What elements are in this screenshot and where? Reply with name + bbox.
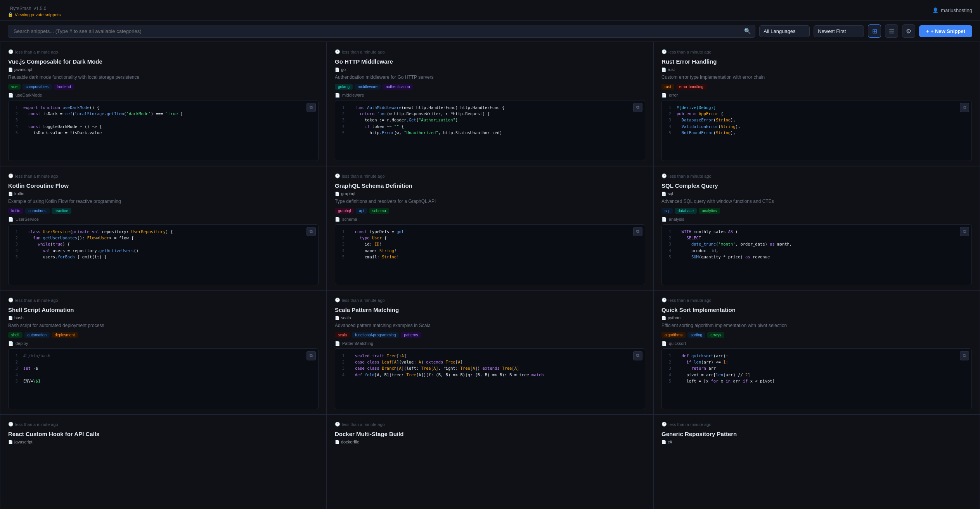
tag[interactable]: error-handling xyxy=(676,84,706,90)
card-tags: golang middleware authentication xyxy=(335,84,645,90)
copy-button[interactable]: ⧉ xyxy=(633,103,642,112)
grid-view-button[interactable]: ⊞ xyxy=(868,24,881,38)
card-title[interactable]: Shell Script Automation xyxy=(8,306,319,313)
snippet-card: 🕐 less than a minute ago Kotlin Coroutin… xyxy=(0,166,327,290)
tag[interactable]: rust xyxy=(661,84,674,90)
card-description: Type definitions and resolvers for a Gra… xyxy=(335,198,645,205)
card-function: 📄 schema xyxy=(335,217,645,222)
card-tags: shell automation deployment xyxy=(8,332,319,338)
copy-button[interactable]: ⧉ xyxy=(960,351,969,360)
file-icon: 📄 xyxy=(8,440,13,444)
tag[interactable]: scala xyxy=(335,332,350,338)
tag[interactable]: sorting xyxy=(687,332,705,338)
card-title[interactable]: SQL Complex Query xyxy=(661,182,972,189)
code-block: ⧉ 1 sealed trait Tree[+A]2 case class Le… xyxy=(335,348,645,409)
tag[interactable]: kotlin xyxy=(8,208,23,214)
card-title[interactable]: Quick Sort Implementation xyxy=(661,306,972,313)
tag[interactable]: schema xyxy=(369,208,389,214)
tag[interactable]: patterns xyxy=(401,332,421,338)
card-description: Efficient sorting algorithm implementati… xyxy=(661,322,972,329)
card-title[interactable]: Generic Repository Pattern xyxy=(661,431,972,437)
card-timestamp: 🕐 less than a minute ago xyxy=(335,298,645,303)
tag[interactable]: vue xyxy=(8,84,21,90)
tag[interactable]: reactive xyxy=(52,208,71,214)
tag[interactable]: shell xyxy=(8,332,23,338)
tag[interactable]: arrays xyxy=(707,332,724,338)
copy-button[interactable]: ⧉ xyxy=(960,227,969,236)
clock-icon: 🕐 xyxy=(335,422,340,427)
snippet-card: 🕐 less than a minute ago SQL Complex Que… xyxy=(653,166,980,290)
card-language: 📄 javascript xyxy=(8,67,319,72)
list-view-button[interactable]: ☰ xyxy=(885,24,898,38)
file-icon: 📄 xyxy=(335,68,339,72)
card-timestamp: 🕐 less than a minute ago xyxy=(335,173,645,178)
card-title[interactable]: Vue.js Composable for Dark Mode xyxy=(8,58,319,65)
file-icon: 📄 xyxy=(661,68,666,72)
toolbar: 🔍 All Languages JavaScript Python Go Rus… xyxy=(0,21,980,42)
card-timestamp: 🕐 less than a minute ago xyxy=(8,422,319,427)
card-function: 📄 deploy xyxy=(8,341,319,346)
snippet-card: 🕐 less than a minute ago Rust Error Hand… xyxy=(653,42,980,166)
tag[interactable]: analytics xyxy=(699,208,720,214)
card-language: 📄 bash xyxy=(8,315,319,320)
card-timestamp: 🕐 less than a minute ago xyxy=(335,49,645,54)
file-icon: 📄 xyxy=(8,68,13,72)
brand-area: ByteStashv1.5.0 🔒 Viewing private snippe… xyxy=(8,3,61,17)
code-block: ⧉ 1 const typeDefs = gql`2 type User {3 … xyxy=(335,224,645,285)
language-select[interactable]: All Languages JavaScript Python Go Rust xyxy=(759,25,810,37)
tag[interactable]: database xyxy=(675,208,697,214)
card-timestamp: 🕐 less than a minute ago xyxy=(8,173,319,178)
card-tags: rust error-handling xyxy=(661,84,972,90)
card-title[interactable]: Rust Error Handling xyxy=(661,58,972,65)
tag[interactable]: api xyxy=(356,208,367,214)
card-timestamp: 🕐 less than a minute ago xyxy=(661,49,972,54)
search-input[interactable] xyxy=(8,25,755,38)
tag[interactable]: sql xyxy=(661,208,673,214)
clock-icon: 🕐 xyxy=(8,49,14,54)
clock-icon: 🕐 xyxy=(661,298,667,303)
file-icon: 📄 xyxy=(8,192,13,196)
file-icon: 📄 xyxy=(661,341,667,346)
tag[interactable]: automation xyxy=(24,332,50,338)
copy-button[interactable]: ⧉ xyxy=(633,351,642,360)
card-tags: graphql api schema xyxy=(335,208,645,214)
tag[interactable]: composables xyxy=(23,84,52,90)
language-filter-wrap: All Languages JavaScript Python Go Rust xyxy=(759,25,810,37)
card-function: 📄 useDarkMode xyxy=(8,93,319,98)
tag[interactable]: graphql xyxy=(335,208,354,214)
card-title[interactable]: GraphQL Schema Definition xyxy=(335,182,645,189)
card-description: Advanced pattern matching examples in Sc… xyxy=(335,322,645,329)
tag[interactable]: authentication xyxy=(383,84,413,90)
tag[interactable]: coroutines xyxy=(25,208,49,214)
card-timestamp: 🕐 less than a minute ago xyxy=(661,298,972,303)
settings-button[interactable]: ⚙ xyxy=(902,24,915,38)
tag[interactable]: algorithms xyxy=(661,332,686,338)
tag[interactable]: functional-programming xyxy=(352,332,399,338)
sort-select[interactable]: Newest First Oldest First A-Z xyxy=(814,25,864,37)
app-title: ByteStashv1.5.0 xyxy=(8,3,61,12)
copy-button[interactable]: ⧉ xyxy=(633,227,642,236)
plus-icon: + xyxy=(926,28,929,34)
search-icon: 🔍 xyxy=(744,28,751,34)
card-title[interactable]: Kotlin Coroutine Flow xyxy=(8,182,319,189)
copy-button[interactable]: ⧉ xyxy=(306,103,316,112)
card-language: 📄 c# xyxy=(661,440,972,444)
card-title[interactable]: Go HTTP Middleware xyxy=(335,58,645,65)
card-function: 📄 quicksort xyxy=(661,341,972,346)
card-title[interactable]: React Custom Hook for API Calls xyxy=(8,431,319,437)
copy-button[interactable]: ⧉ xyxy=(960,103,969,112)
tag[interactable]: frontend xyxy=(54,84,74,90)
card-title[interactable]: Scala Pattern Matching xyxy=(335,306,645,313)
copy-button[interactable]: ⧉ xyxy=(306,227,316,236)
card-description: Reusable dark mode functionality with lo… xyxy=(8,74,319,81)
snippet-card: 🕐 less than a minute ago Docker Multi-St… xyxy=(327,414,653,509)
copy-button[interactable]: ⧉ xyxy=(306,351,316,360)
code-block: ⧉ 1 class UserService(private val reposi… xyxy=(8,224,319,285)
tag[interactable]: middleware xyxy=(355,84,381,90)
new-snippet-button[interactable]: + + New Snippet xyxy=(919,25,972,37)
card-language: 📄 scala xyxy=(335,315,645,320)
tag[interactable]: golang xyxy=(335,84,353,90)
tag[interactable]: deployment xyxy=(52,332,78,338)
file-icon: 📄 xyxy=(661,217,667,222)
card-title[interactable]: Docker Multi-Stage Build xyxy=(335,431,645,437)
